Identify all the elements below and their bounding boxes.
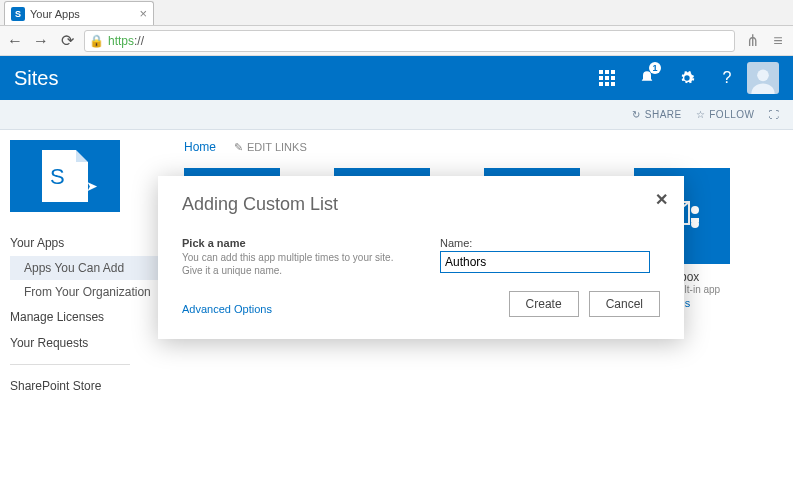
edit-links-button[interactable]: ✎ EDIT LINKS: [234, 141, 307, 154]
svg-rect-5: [611, 76, 615, 80]
lock-icon: 🔒: [89, 34, 104, 48]
browser-tab[interactable]: S Your Apps ×: [4, 1, 154, 25]
help-icon[interactable]: ?: [707, 56, 747, 100]
tab-close-icon[interactable]: ×: [139, 6, 147, 21]
svg-rect-1: [605, 70, 609, 74]
site-logo-letter: S: [50, 164, 65, 190]
breadcrumb: Home ✎ EDIT LINKS: [160, 140, 775, 154]
site-logo[interactable]: S ➤: [10, 140, 120, 212]
browser-tabbar: S Your Apps ×: [0, 0, 793, 26]
name-label: Name:: [440, 237, 660, 249]
url-input[interactable]: 🔒 https://: [84, 30, 735, 52]
svg-rect-2: [611, 70, 615, 74]
create-button[interactable]: Create: [509, 291, 579, 317]
svg-rect-8: [611, 82, 615, 86]
app-launcher-icon[interactable]: [587, 56, 627, 100]
breadcrumb-home[interactable]: Home: [184, 140, 216, 154]
url-scheme: https: [108, 34, 134, 48]
back-icon[interactable]: ←: [6, 32, 24, 50]
svg-rect-6: [599, 82, 603, 86]
cancel-button[interactable]: Cancel: [589, 291, 660, 317]
svg-point-9: [757, 70, 769, 82]
nav-divider: [10, 364, 130, 365]
menu-icon[interactable]: ≡: [769, 32, 787, 50]
edit-links-label: EDIT LINKS: [247, 141, 307, 153]
share-arrow-icon: ➤: [86, 178, 98, 194]
tab-favicon: S: [11, 7, 25, 21]
nav-manage-licenses[interactable]: Manage Licenses: [10, 304, 160, 330]
browser-address-bar: ← → ⟳ 🔒 https:// ⋔ ≡: [0, 26, 793, 56]
suite-title: Sites: [14, 67, 58, 90]
pencil-icon: ✎: [234, 141, 243, 154]
nav-from-your-org[interactable]: From Your Organization: [10, 280, 160, 304]
pick-name-heading: Pick a name: [182, 237, 416, 249]
left-column: S ➤ Your Apps Apps You Can Add From Your…: [0, 130, 160, 502]
page-actions-bar: ↻ SHARE ☆ FOLLOW ⛶: [0, 100, 793, 130]
nav-your-requests[interactable]: Your Requests: [10, 330, 160, 356]
nav-your-apps[interactable]: Your Apps: [10, 230, 160, 256]
share-label: SHARE: [645, 109, 682, 120]
star-icon: ☆: [696, 109, 706, 120]
svg-rect-0: [599, 70, 603, 74]
reload-icon[interactable]: ⟳: [58, 32, 76, 50]
extension-icon[interactable]: ⋔: [743, 31, 761, 50]
quick-launch-nav: Your Apps Apps You Can Add From Your Org…: [10, 230, 160, 399]
suite-bar: Sites 1 ?: [0, 56, 793, 100]
add-custom-list-dialog: ✕ Adding Custom List Pick a name You can…: [158, 176, 684, 339]
svg-point-18: [691, 206, 699, 214]
svg-rect-20: [691, 218, 699, 222]
focus-icon[interactable]: ⛶: [769, 109, 780, 120]
user-avatar[interactable]: [747, 62, 779, 94]
notifications-icon[interactable]: 1: [627, 56, 667, 100]
pick-name-hint: You can add this app multiple times to y…: [182, 251, 416, 277]
dialog-close-icon[interactable]: ✕: [655, 190, 668, 209]
nav-sharepoint-store[interactable]: SharePoint Store: [10, 373, 160, 399]
url-rest: ://: [134, 34, 144, 48]
follow-label: FOLLOW: [709, 109, 754, 120]
settings-gear-icon[interactable]: [667, 56, 707, 100]
advanced-options-link[interactable]: Advanced Options: [182, 303, 416, 315]
share-button[interactable]: ↻ SHARE: [632, 109, 681, 120]
dialog-title: Adding Custom List: [182, 194, 660, 215]
svg-rect-4: [605, 76, 609, 80]
svg-rect-3: [599, 76, 603, 80]
forward-icon[interactable]: →: [32, 32, 50, 50]
svg-rect-7: [605, 82, 609, 86]
name-input[interactable]: [440, 251, 650, 273]
nav-apps-you-can-add[interactable]: Apps You Can Add: [10, 256, 160, 280]
notification-badge: 1: [649, 62, 661, 74]
tab-title: Your Apps: [30, 8, 80, 20]
share-icon: ↻: [632, 109, 641, 120]
follow-button[interactable]: ☆ FOLLOW: [696, 109, 755, 120]
